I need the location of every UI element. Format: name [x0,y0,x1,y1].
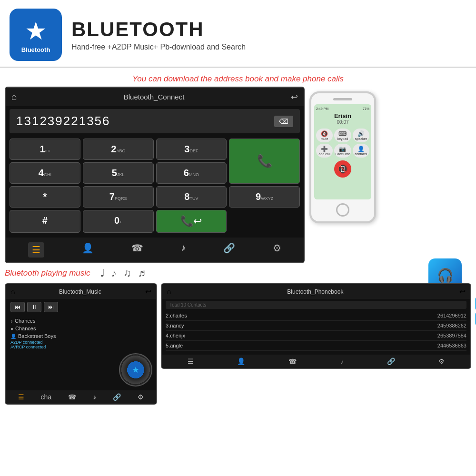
music-home-icon[interactable]: ⌂ [10,288,15,296]
table-row: 4.chenjx 2653897584 [166,331,466,341]
phonebook-bottom-nav: ☰ 👤 ☎ ♪ 🔗 ⚙ [162,355,470,368]
pb-nav-call-icon[interactable]: ☎ [288,357,297,365]
phone-home-button[interactable] [336,203,349,217]
play-pause-button[interactable]: ⏸ [27,302,41,312]
contacts-button[interactable]: 👤contacts [353,144,369,158]
music-screen-header: ⌂ Bluetooth_Music ↩ [6,284,156,299]
next-button[interactable]: ⏭ [44,302,58,312]
car-bottom-nav: ☰ 👤 ☎ ♪ 🔗 ⚙ [6,238,304,262]
pb-back-icon[interactable]: ↩ [459,287,466,296]
key-9[interactable]: 9WXYZ [229,186,300,208]
key-4[interactable]: 4GHI [10,162,80,184]
music-section-header: Bluetooth playing music ♩ ♪ ♫ ♬ 🎧 [0,263,476,283]
end-call-button[interactable]: 📞↩ [156,210,227,233]
music-nav-menu-icon[interactable]: ☰ [18,393,24,401]
vinyl-disc: ★ [119,353,152,387]
key-2[interactable]: 2ABC [83,139,154,160]
car-screen: ⌂ Bluetooth_Connect ↩ 131239221356 ⌫ 1○○… [5,87,305,263]
caller-name: Erisin [316,112,369,119]
phonebook-header: ⌂ Bluetooth_Phonebook ↩ [162,284,470,299]
phone-battery: 71% [363,107,369,110]
music-caption: Bluetooth playing music [5,268,90,278]
key-3[interactable]: 3DEF [156,139,227,160]
call-button[interactable]: 📞 [229,139,300,184]
pb-home-icon[interactable]: ⌂ [167,288,171,296]
list-item: ♪ Chances [10,317,151,325]
page-subtitle: Hand-free +A2DP Music+ Pb-download and S… [71,43,246,51]
contact-4-phone: 2446536863 [437,343,466,348]
music-nav-link-icon[interactable]: 🔗 [113,393,121,401]
key-6[interactable]: 6MNO [156,162,227,184]
pb-nav-link-icon[interactable]: 🔗 [387,357,395,365]
call-timer: 00:07 [316,119,369,125]
music-back-icon[interactable]: ↩ [145,287,151,296]
table-row: 3.nancy 2459386262 [166,321,466,331]
key-5[interactable]: 5JKL [83,162,154,184]
phone-status-bar: 2:49 PM 71% [316,107,369,110]
phone-screen: 2:49 PM 71% Erisin 00:07 🔇mute ⌨keypad 🔊… [314,104,371,199]
nav-contacts-icon[interactable]: 👤 [82,242,94,258]
phone-call-buttons: 🔇mute ⌨keypad 🔊speaker ➕add call 📷FaceTi… [316,129,369,158]
page-title: BLUETOOTH [71,18,246,41]
car-screen-title: Bluetooth_Connect [124,93,185,101]
prev-button[interactable]: ⏮ [10,302,25,312]
music-nav-search-label[interactable]: cha [41,393,52,401]
backspace-button[interactable]: ⌫ [274,116,293,127]
nav-music-icon[interactable]: ♪ [181,242,186,258]
bt-headphone-icon: 🎧 [437,268,454,283]
header-info: BLUETOOTH Hand-free +A2DP Music+ Pb-down… [71,18,246,51]
pb-nav-settings-icon[interactable]: ⚙ [438,357,445,365]
pb-nav-menu-icon[interactable]: ☰ [188,357,194,365]
key-1[interactable]: 1○○ [10,139,80,160]
music-notes-icon: ♩ ♪ ♫ ♬ [100,267,148,279]
contact-3-name: 4.chenjx [166,333,185,338]
pb-nav-music-icon[interactable]: ♪ [340,357,344,365]
top-caption: You can download the address book and ma… [0,68,476,87]
music-note-icon: ♪ [10,318,13,324]
nav-link-icon[interactable]: 🔗 [223,242,235,258]
contact-1-name: 2.charles [166,313,187,318]
speaker-button[interactable]: 🔊speaker [353,129,369,142]
home-icon[interactable]: ⌂ [11,91,17,102]
car-screen-header: ⌂ Bluetooth_Connect ↩ [6,88,304,106]
a2dp-status: A2DP connected [10,340,151,345]
back-icon[interactable]: ↩ [291,92,298,102]
end-call-button[interactable]: 📵 [334,160,351,178]
key-hash[interactable]: # [10,210,80,233]
key-star[interactable]: * [10,186,80,208]
track-2-name: Chances [15,326,36,331]
avrcp-status: AVRCP connected [10,345,151,349]
key-8[interactable]: 8TUV [156,186,227,208]
bluetooth-vinyl-icon: ★ [132,365,139,375]
track-3-name: Backstreet Boys [18,333,56,339]
facetime-button[interactable]: 📷FaceTime [334,144,351,158]
mute-button[interactable]: 🔇mute [316,129,333,142]
bluetooth-logo: ★ Bluetooth [10,9,62,61]
header-section: ★ Bluetooth BLUETOOTH Hand-free +A2DP Mu… [0,0,476,68]
nav-menu-icon[interactable]: ☰ [28,242,44,258]
nav-settings-icon[interactable]: ⚙ [273,242,281,258]
contacts-total: Total 10 Contacts [166,301,466,309]
pb-nav-contacts-icon[interactable]: 👤 [237,357,245,365]
contact-1-phone: 2614296912 [437,313,466,318]
contact-4-name: 5.angle [166,343,183,348]
music-screen-title: Bluetooth_Music [59,288,101,295]
main-area: ⌂ Bluetooth_Connect ↩ 131239221356 ⌫ 1○○… [0,87,476,263]
music-nav-music-icon[interactable]: ♪ [93,393,96,401]
phonebook-wrapper: ⌂ Bluetooth_Phonebook ↩ Total 10 Contact… [161,283,471,405]
key-7[interactable]: 7PQRS [83,186,154,208]
contact-3-phone: 2653897584 [437,333,466,338]
disc-icon: ● [10,326,13,331]
music-nav-settings-icon[interactable]: ⚙ [138,393,144,401]
nav-call-icon[interactable]: ☎ [131,242,143,258]
add-call-button[interactable]: ➕add call [316,144,333,158]
keypad-button[interactable]: ⌨keypad [334,129,351,142]
key-0[interactable]: 0+ [83,210,154,233]
list-item: ● Chances [10,325,151,332]
music-nav-call-icon[interactable]: ☎ [68,393,76,401]
bluetooth-symbol-icon: ★ [25,17,47,45]
number-display: 131239221356 ⌫ [10,109,300,133]
phone-body: 2:49 PM 71% Erisin 00:07 🔇mute ⌨keypad 🔊… [309,91,376,223]
music-bottom-nav: ☰ cha ☎ ♪ 🔗 ⚙ [6,390,156,404]
track-list: ♪ Chances ● Chances 👤 Backstreet Boys A2… [6,315,156,351]
